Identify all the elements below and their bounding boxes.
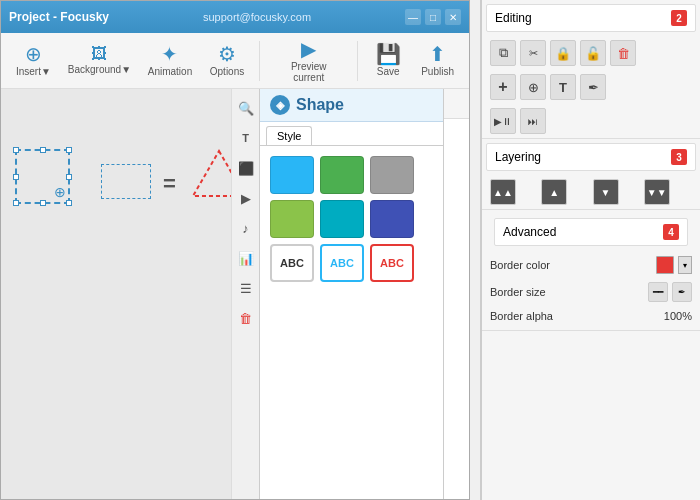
- minimize-button[interactable]: —: [405, 9, 421, 25]
- copy-tool-button[interactable]: ⧉: [490, 40, 516, 66]
- shape-panel-title: Shape: [296, 96, 344, 114]
- text-swatch-2[interactable]: ABC: [320, 244, 364, 282]
- style-tab[interactable]: Style: [266, 126, 312, 145]
- main-toolbar: ⊕ Insert▼ 🖼 Background▼ ✦ Animation ⚙ Op…: [1, 33, 469, 89]
- animation-icon: ✦: [161, 44, 178, 64]
- maximize-button[interactable]: □: [425, 9, 441, 25]
- text-swatch-1[interactable]: ABC: [270, 244, 314, 282]
- dashed-rectangle[interactable]: [101, 164, 151, 199]
- window-title: Project - Focusky: [9, 10, 109, 24]
- color-swatch-cyan[interactable]: [320, 200, 364, 238]
- options-button[interactable]: ⚙ Options: [203, 37, 251, 85]
- border-color-label: Border color: [490, 259, 550, 271]
- color-swatch-dark-blue[interactable]: [370, 200, 414, 238]
- handle-tm[interactable]: [40, 147, 46, 153]
- delete-icon[interactable]: 🗑: [235, 307, 257, 329]
- animate-tool-button[interactable]: ▶⏸: [490, 108, 516, 134]
- options-icon: ⚙: [218, 44, 236, 64]
- shape-panel-icon: ◈: [270, 95, 290, 115]
- cut-tool-button[interactable]: ✂: [520, 40, 546, 66]
- bring-forward-button[interactable]: ▲: [541, 179, 567, 205]
- border-color-value: ▾: [656, 256, 692, 274]
- editing-header: Editing 2: [486, 4, 696, 32]
- selected-shape[interactable]: ⊕: [15, 149, 70, 204]
- bring-to-front-button[interactable]: ▲▲: [490, 179, 516, 205]
- save-button[interactable]: 💾 Save: [366, 37, 410, 85]
- handle-mr[interactable]: [66, 174, 72, 180]
- animation-label: Animation: [148, 66, 192, 77]
- chart-icon[interactable]: 📊: [235, 247, 257, 269]
- title-bar: Project - Focusky support@focusky.com — …: [1, 1, 469, 33]
- insert-label: Insert▼: [16, 66, 51, 77]
- insert-button[interactable]: ⊕ Insert▼: [9, 37, 58, 85]
- color-swatch-blue[interactable]: [270, 156, 314, 194]
- handle-ml[interactable]: [13, 174, 19, 180]
- background-icon: 🖼: [91, 46, 107, 62]
- zoom-icon[interactable]: 🔍: [235, 97, 257, 119]
- publish-button[interactable]: ⬆ Publish: [414, 37, 461, 85]
- text-tool-button[interactable]: T: [550, 74, 576, 100]
- frame-side-icon[interactable]: ⬛: [235, 157, 257, 179]
- handle-tr[interactable]: [66, 147, 72, 153]
- border-size-icon1[interactable]: ━━: [648, 282, 668, 302]
- layering-section: Layering 3 ▲▲ ▲ ▼ ▼▼: [482, 143, 700, 210]
- editing-tools-row1: ⧉ ✂ 🔒 🔓 🗑: [482, 36, 700, 70]
- shape-container: ⊕ = 🔍 T ⬛ ▶ ♪ 📊 ☰ 🗑: [1, 89, 259, 499]
- shape-panel: ◈ Shape Style ABC ABC ABC: [259, 89, 444, 499]
- animate2-button[interactable]: ⏭: [520, 108, 546, 134]
- editing-tools-row2: + ⊕ T ✒: [482, 70, 700, 104]
- border-size-row: Border size ━━ ✒: [490, 278, 692, 306]
- border-color-dropdown[interactable]: ▾: [678, 256, 692, 274]
- editing-section: Editing 2 ⧉ ✂ 🔒 🔓 🗑 + ⊕ T ✒ ▶⏸ ⏭: [482, 4, 700, 139]
- crop-tool-button[interactable]: ⊕: [520, 74, 546, 100]
- text-swatch-3[interactable]: ABC: [370, 244, 414, 282]
- animation-button[interactable]: ✦ Animation: [141, 37, 199, 85]
- border-size-label: Border size: [490, 286, 546, 298]
- border-alpha-value-container: 100%: [660, 310, 692, 322]
- unlock-button[interactable]: 🔓: [580, 40, 606, 66]
- border-alpha-display: 100%: [660, 310, 692, 322]
- options-label: Options: [210, 66, 244, 77]
- publish-label: Publish: [421, 66, 454, 77]
- handle-br[interactable]: [66, 200, 72, 206]
- send-to-back-button[interactable]: ▼▼: [644, 179, 670, 205]
- email-label: support@focusky.com: [203, 11, 311, 23]
- manage-icon[interactable]: ☰: [235, 277, 257, 299]
- editing-tools-row3: ▶⏸ ⏭: [482, 104, 700, 138]
- border-alpha-row: Border alpha 100%: [490, 306, 692, 326]
- layering-header: Layering 3: [486, 143, 696, 171]
- layering-tools: ▲▲ ▲ ▼ ▼▼: [482, 175, 700, 209]
- editing-number: 2: [671, 10, 687, 26]
- border-size-icon2[interactable]: ✒: [672, 282, 692, 302]
- color-swatch-gray[interactable]: [370, 156, 414, 194]
- close-button[interactable]: ✕: [445, 9, 461, 25]
- editing-label: Editing: [495, 11, 532, 25]
- delete-tool-button[interactable]: 🗑: [610, 40, 636, 66]
- text-icon[interactable]: T: [235, 127, 257, 149]
- window-controls: — □ ✕: [405, 9, 461, 25]
- music-icon[interactable]: ♪: [235, 217, 257, 239]
- style-tab-bar: Style: [260, 122, 443, 146]
- send-backward-button[interactable]: ▼: [593, 179, 619, 205]
- background-button[interactable]: 🖼 Background▼: [62, 37, 137, 85]
- preview-icon: ▶: [301, 39, 316, 59]
- color-swatch-green[interactable]: [320, 156, 364, 194]
- border-color-row: Border color ▾: [490, 252, 692, 278]
- border-color-preview[interactable]: [656, 256, 674, 274]
- handle-bm[interactable]: [40, 200, 46, 206]
- handle-tl[interactable]: [13, 147, 19, 153]
- add-tool-button[interactable]: +: [490, 74, 516, 100]
- add-icon: ⊕: [54, 184, 66, 200]
- color-grid: ABC ABC ABC: [260, 150, 443, 288]
- advanced-header: Advanced 4: [494, 218, 688, 246]
- color-swatch-yellow-green[interactable]: [270, 200, 314, 238]
- play-icon[interactable]: ▶: [235, 187, 257, 209]
- preview-button[interactable]: ▶ Preview current: [268, 37, 349, 85]
- handle-bl[interactable]: [13, 200, 19, 206]
- border-alpha-label: Border alpha: [490, 310, 553, 322]
- layering-number: 3: [671, 149, 687, 165]
- shape-panel-header: ◈ Shape: [260, 89, 443, 122]
- toolbar-separator: [259, 41, 260, 81]
- eyedropper-button[interactable]: ✒: [580, 74, 606, 100]
- lock-button[interactable]: 🔒: [550, 40, 576, 66]
